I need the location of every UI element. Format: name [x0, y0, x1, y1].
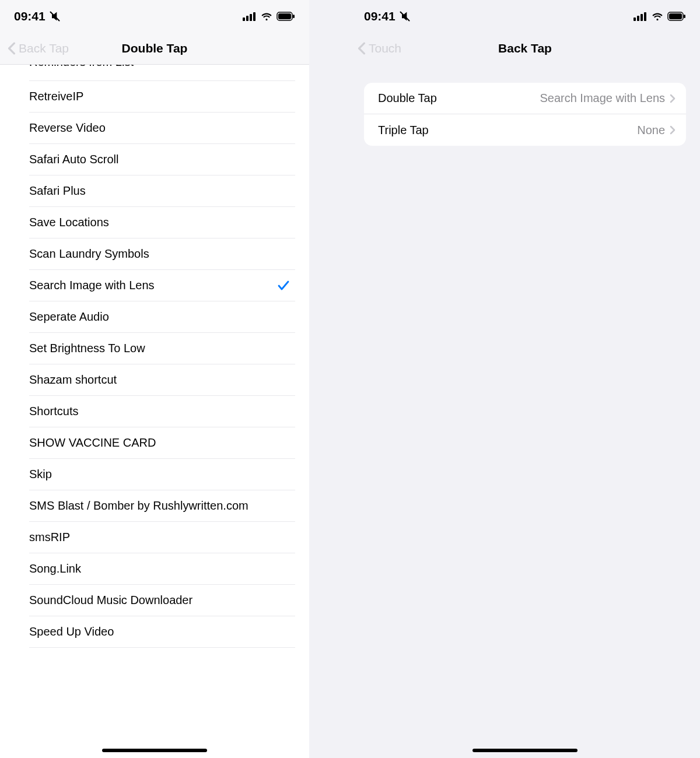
chevron-right-icon: [670, 125, 676, 135]
list-item-label: Shazam shortcut: [29, 373, 117, 387]
svg-rect-1: [243, 17, 245, 21]
back-button[interactable]: Touch: [357, 41, 401, 55]
list-item[interactable]: Skip: [29, 459, 295, 490]
back-button[interactable]: Back Tap: [7, 41, 69, 55]
svg-rect-12: [644, 12, 646, 21]
nav-bar: Back Tap Double Tap: [0, 32, 309, 64]
list-item-label: smsRIP: [29, 531, 70, 544]
battery-icon: [276, 12, 295, 21]
home-indicator[interactable]: [473, 749, 578, 752]
silent-mode-icon: [399, 10, 411, 22]
battery-icon: [667, 12, 686, 21]
row-label: Double Tap: [378, 92, 437, 105]
svg-rect-7: [293, 15, 295, 18]
list-item-label: Song.Link: [29, 562, 81, 575]
list-item[interactable]: SHOW VACCINE CARD: [29, 427, 295, 459]
status-time: 09:41: [14, 9, 46, 23]
list-item[interactable]: Safari Plus: [29, 176, 295, 207]
list-item-label: Reverse Video: [29, 121, 106, 135]
svg-line-8: [400, 12, 409, 20]
list-item-label: Reminders from List: [29, 65, 134, 69]
list-item-label: SoundCloud Music Downloader: [29, 594, 192, 607]
list-item[interactable]: Reminders from List: [29, 65, 295, 81]
svg-rect-3: [250, 14, 252, 21]
list-item[interactable]: Shazam shortcut: [29, 364, 295, 396]
list-item[interactable]: Set Brightness To Low: [29, 333, 295, 364]
back-tap-group: Double Tap Search Image with Lens Triple…: [364, 83, 686, 146]
svg-rect-9: [634, 17, 636, 21]
list-item[interactable]: Save Locations: [29, 207, 295, 238]
row-value: Search Image with Lens: [540, 92, 665, 105]
list-item-label: Seperate Audio: [29, 310, 109, 324]
svg-rect-4: [253, 12, 256, 21]
list-item[interactable]: Safari Auto Scroll: [29, 144, 295, 176]
wifi-icon: [651, 12, 664, 21]
chevron-left-icon: [7, 42, 16, 55]
status-time: 09:41: [364, 9, 396, 23]
list-item-label: Skip: [29, 468, 52, 481]
list-item[interactable]: Song.Link: [29, 553, 295, 585]
double-tap-row[interactable]: Double Tap Search Image with Lens: [364, 83, 686, 114]
list-item[interactable]: RetreiveIP: [29, 81, 295, 113]
home-indicator[interactable]: [102, 749, 207, 752]
list-item[interactable]: smsRIP: [29, 522, 295, 553]
list-item-label: Scan Laundry Symbols: [29, 247, 149, 261]
chevron-left-icon: [357, 42, 366, 55]
cellular-signal-icon: [634, 12, 648, 21]
list-item-label: SMS Blast / Bomber by Rushlywritten.com: [29, 499, 249, 513]
back-label: Back Tap: [19, 41, 69, 55]
row-label: Triple Tap: [378, 124, 429, 137]
list-item[interactable]: SoundCloud Music Downloader: [29, 585, 295, 616]
checkmark-icon: [278, 280, 289, 291]
svg-rect-6: [278, 13, 291, 19]
cellular-signal-icon: [243, 12, 257, 21]
list-item-label: Safari Auto Scroll: [29, 153, 118, 166]
list-item[interactable]: Search Image with Lens: [29, 270, 295, 301]
list-item-label: Save Locations: [29, 216, 109, 229]
list-item-label: SHOW VACCINE CARD: [29, 436, 156, 450]
svg-rect-14: [669, 13, 682, 19]
page-title: Back Tap: [498, 41, 552, 55]
list-item-label: Set Brightness To Low: [29, 342, 145, 355]
list-item[interactable]: Seperate Audio: [29, 301, 295, 333]
list-item-label: Shortcuts: [29, 405, 78, 418]
list-item[interactable]: Scan Laundry Symbols: [29, 238, 295, 270]
nav-bar: Touch Back Tap: [350, 32, 700, 64]
list-item-label: Speed Up Video: [29, 625, 114, 638]
svg-rect-15: [684, 15, 685, 18]
svg-rect-11: [640, 14, 643, 21]
triple-tap-row[interactable]: Triple Tap None: [364, 114, 686, 146]
svg-line-0: [50, 12, 59, 20]
page-title: Double Tap: [122, 41, 188, 55]
list-item[interactable]: Shortcuts: [29, 396, 295, 427]
shortcut-option-list[interactable]: Reminders from ListRetreiveIPReverse Vid…: [14, 65, 295, 758]
list-item[interactable]: Speed Up Video: [29, 616, 295, 648]
list-item-label: Search Image with Lens: [29, 279, 155, 292]
svg-rect-2: [246, 16, 249, 21]
silent-mode-icon: [49, 10, 61, 22]
back-label: Touch: [369, 41, 401, 55]
list-item[interactable]: SMS Blast / Bomber by Rushlywritten.com: [29, 490, 295, 522]
list-item[interactable]: Reverse Video: [29, 113, 295, 144]
list-item-label: RetreiveIP: [29, 90, 83, 103]
list-item-label: Safari Plus: [29, 184, 86, 198]
chevron-right-icon: [670, 94, 676, 103]
status-bar: 09:41: [0, 0, 309, 32]
svg-rect-10: [637, 16, 639, 21]
status-bar: 09:41: [350, 0, 700, 32]
row-value: None: [637, 124, 665, 137]
wifi-icon: [260, 12, 273, 21]
